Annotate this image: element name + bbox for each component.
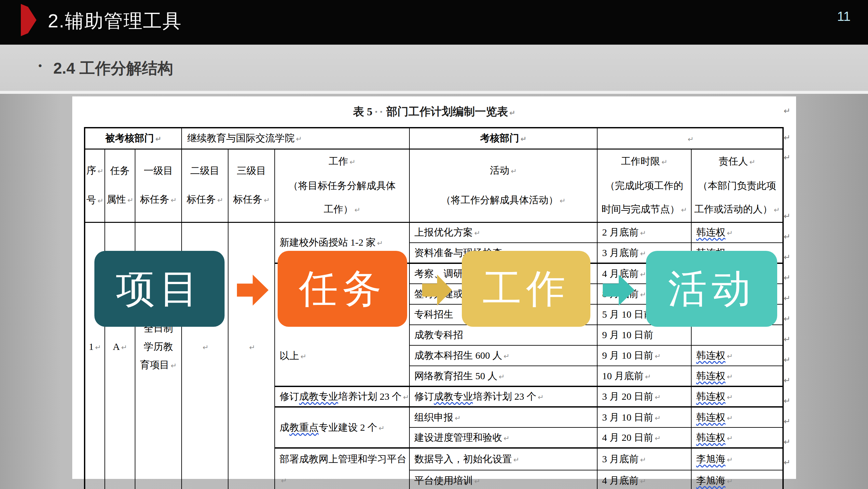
pilcrow-mark: ↵: [509, 109, 515, 117]
cell-owner-r13: 李旭海↵: [691, 470, 783, 489]
band-cell-3: ↵: [597, 128, 783, 149]
pilcrow-mark: ↵: [727, 477, 733, 485]
pilcrow-mark: ↵: [349, 158, 355, 166]
cell-deadline-r9: 3 月 20 日前↵: [597, 386, 691, 407]
pilcrow-mark: ↵: [503, 434, 509, 442]
section-band-divider: [0, 91, 868, 94]
pilcrow-mark: ↵: [296, 135, 302, 143]
pilcrow-mark: ↵: [377, 239, 383, 247]
cell-activity-r10: 组织申报↵: [409, 407, 597, 427]
pilcrow-mark: ↵: [784, 355, 790, 365]
cell-activity-r13: 平台使用培训↵: [409, 470, 597, 489]
section-title-text: 工作分解结构: [80, 60, 173, 77]
pilcrow-mark: ↵: [655, 352, 661, 360]
cell-activity-r12: 数据导入，初始化设置↵: [409, 448, 597, 470]
pilcrow-mark: ↵: [784, 293, 790, 303]
pilcrow-mark: ↵: [784, 133, 790, 142]
pilcrow-mark: ↵: [784, 273, 790, 283]
pilcrow-mark: ↵: [727, 434, 733, 442]
cell-activity-r8: 网络教育招生 50 人↵: [409, 366, 597, 386]
caption-prefix: 表 5: [353, 106, 373, 118]
cell-level3-goal: ↵: [228, 222, 275, 489]
pilcrow-mark: ↵: [784, 253, 790, 262]
cell-work-r12: 部署成教网上管理和学习平台↵: [275, 448, 409, 489]
cell-deadline-r11: 4 月 20 日前↵: [597, 427, 691, 448]
cell-owner-r8: 韩连权↵: [691, 366, 783, 386]
slide: 2.辅助管理工具 11 • 2.4 工作分解结构 表 5··部门工作计划编制一览…: [0, 0, 868, 489]
column-header-3: 二级目标任务↵: [182, 149, 228, 222]
pilcrow-mark: ↵: [784, 437, 790, 447]
pilcrow-mark: ↵: [655, 393, 661, 401]
cell-activity-r1: 上报优化方案↵: [409, 222, 597, 243]
section-number: 2.4: [53, 60, 75, 77]
cell-deadline-r6: 9 月 10 日前: [597, 325, 691, 345]
pilcrow-mark: ↵: [727, 352, 733, 360]
pilcrow-mark: ↵: [661, 158, 667, 166]
pilcrow-mark: ↵: [170, 196, 177, 204]
pilcrow-mark: ↵: [474, 229, 480, 237]
pilcrow-mark: ↵: [688, 135, 693, 143]
column-header-4: 三级目标任务↵: [228, 149, 275, 222]
pilcrow-mark: ↵: [264, 196, 270, 204]
pilcrow-mark: ↵: [97, 197, 103, 205]
pilcrow-mark: ↵: [727, 414, 733, 422]
pilcrow-mark: ↵: [378, 424, 384, 432]
cell-deadline-r7: 9 月 10 日前↵: [597, 345, 691, 366]
cell-activity-r11: 建设进度管理和验收↵: [409, 427, 597, 448]
column-header-8: 责任人↵（本部门负责此项工作或活动的人）↵: [691, 149, 783, 222]
cell-owner-r9: 韩连权↵: [691, 386, 783, 407]
wbs-box-work: 工作: [462, 251, 590, 327]
pilcrow-mark: ↵: [640, 291, 646, 299]
pilcrow-mark: ↵: [249, 343, 255, 351]
cell-owner-r6: [691, 325, 783, 345]
wbs-box-task: 任务: [278, 251, 407, 327]
band-cell-2: 考核部门↵: [409, 128, 597, 149]
pilcrow-mark: ↵: [155, 135, 161, 143]
column-header-1: 任务属性↵: [105, 149, 135, 222]
cell-deadline-r10: 3 月 10 日前↵: [597, 407, 691, 427]
pilcrow-mark: ↵: [640, 456, 646, 464]
column-header-6: 活动↵（将工作分解成具体活动）↵: [409, 149, 597, 222]
pilcrow-mark: ↵: [774, 206, 779, 214]
pilcrow-mark: ↵: [217, 196, 223, 204]
pilcrow-mark: ↵: [503, 352, 509, 360]
pilcrow-mark: ↵: [784, 458, 790, 467]
pilcrow-mark: ↵: [559, 197, 565, 205]
pilcrow-mark: ↵: [784, 232, 790, 241]
column-header-0: 序↵号↵: [85, 149, 105, 222]
table-caption: 表 5··部门工作计划编制一览表↵: [72, 96, 796, 127]
pilcrow-mark: ↵: [281, 477, 287, 485]
cell-owner-r11: 韩连权↵: [691, 427, 783, 448]
slide-title: 2.辅助管理工具: [48, 8, 182, 34]
pilcrow-mark: ↵: [97, 167, 103, 175]
pilcrow-mark: ↵: [727, 229, 733, 237]
pilcrow-mark: ↵: [95, 343, 101, 351]
pilcrow-mark: ↵: [170, 362, 177, 370]
caption-text: 部门工作计划编制一览表: [386, 106, 508, 118]
cell-work-r10: 成教重点专业建设 2 个↵: [275, 407, 409, 448]
pilcrow-mark: ↵: [455, 414, 461, 422]
title-bar: 2.辅助管理工具 11: [0, 0, 868, 45]
cell-deadline-r8: 10 月底前↵: [597, 366, 691, 386]
pilcrow-mark: ↵: [749, 158, 755, 166]
pilcrow-mark: ↵: [784, 417, 790, 426]
pilcrow-mark: ↵: [474, 477, 480, 485]
pilcrow-mark: ↵: [784, 153, 790, 162]
cell-deadline-r1: 2 月底前↵: [597, 222, 691, 243]
pilcrow-mark: ↵: [640, 229, 646, 237]
column-header-7: 工作时限↵（完成此项工作的时间与完成节点）↵: [597, 149, 691, 222]
pilcrow-mark: ↵: [538, 393, 544, 401]
cell-owner-r10: 韩连权↵: [691, 407, 783, 427]
cell-work-r9: 修订成教专业培养计划 23 个↵: [275, 386, 409, 407]
cell-owner-r1: 韩连权↵: [691, 222, 783, 243]
cell-activity-r9: 修订成教专业培养计划 23 个↵: [409, 386, 597, 407]
pilcrow-mark: ↵: [784, 106, 790, 116]
pilcrow-mark: ↵: [645, 373, 651, 381]
pilcrow-mark: ↵: [655, 414, 661, 422]
pilcrow-mark: ↵: [655, 434, 661, 442]
pilcrow-mark: ↵: [681, 206, 687, 214]
pilcrow-mark: ↵: [121, 343, 127, 351]
pilcrow-mark: ↵: [640, 250, 646, 258]
cell-owner-r12: 李旭海↵: [691, 448, 783, 470]
pilcrow-mark: ↵: [203, 343, 208, 351]
